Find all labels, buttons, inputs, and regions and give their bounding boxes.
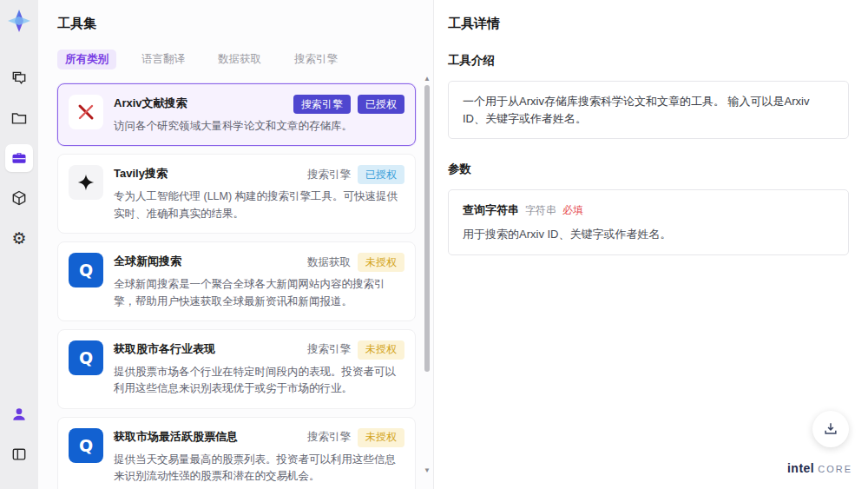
scroll-up-icon[interactable]: ▲ (423, 75, 431, 83)
auth-status-badge: 未授权 (358, 253, 404, 272)
chat-icon (10, 69, 28, 87)
tool-card-global-news[interactable]: Q 全球新闻搜索 数据获取 未授权 全球新闻搜索是一个聚合全球各大新闻网站内容的… (57, 241, 416, 321)
category-label: 搜索引擎 (307, 430, 351, 445)
tool-card-arxiv[interactable]: Arxiv文献搜索 搜索引擎 已授权 访问各个研究领域大量科学论文和文章的存储库… (57, 83, 416, 146)
intro-heading: 工具介绍 (448, 53, 849, 69)
auth-status-badge: 未授权 (358, 340, 404, 360)
intel-core-logo: intel CORE (787, 461, 852, 475)
params-heading: 参数 (448, 162, 849, 177)
tool-card-sector-performance[interactable]: Q 获取股市各行业表现 搜索引擎 未授权 提供股票市场各个行业在特定时间段内的表… (57, 329, 416, 409)
tool-name: 全球新闻搜索 (114, 253, 300, 269)
sidebar-item-files[interactable] (5, 104, 33, 132)
scrollbar-thumb[interactable] (424, 85, 430, 372)
category-label: 数据获取 (307, 255, 351, 270)
sidebar-item-packages[interactable] (5, 184, 33, 212)
sidebar: ⚙ (0, 0, 38, 489)
sidebar-item-chat[interactable] (5, 64, 33, 92)
param-name: 查询字符串 (463, 202, 519, 218)
tab-data-fetching[interactable]: 数据获取 (210, 50, 269, 69)
tool-description: 全球新闻搜索是一个聚合全球各大新闻网站内容的搜索引擎，帮助用户快速获取全球最新资… (114, 276, 404, 310)
param-item: 查询字符串 字符串 必填 用于搜索的Arxiv ID、关键字或作者姓名。 (448, 189, 849, 255)
tool-description: 访问各个研究领域大量科学论文和文章的存储库。 (114, 118, 404, 135)
intro-text: 一个用于从Arxiv存储库搜索科学论文和文章的工具。 输入可以是Arxiv ID… (448, 81, 849, 139)
tool-name: 获取市场最活跃股票信息 (114, 428, 300, 445)
cube-icon (10, 189, 28, 207)
category-badge: 搜索引擎 (293, 95, 351, 114)
tool-list: Arxiv文献搜索 搜索引擎 已授权 访问各个研究领域大量科学论文和文章的存储库… (57, 83, 416, 489)
scrollbar[interactable]: ▲ ▼ (423, 75, 431, 484)
tool-name: Arxiv文献搜索 (114, 95, 286, 111)
sidebar-item-tools[interactable] (5, 144, 33, 172)
user-icon (10, 406, 28, 423)
detail-title: 工具详情 (448, 16, 849, 32)
app-logo-icon (5, 7, 33, 35)
tool-card-active-stocks[interactable]: Q 获取市场最活跃股票信息 搜索引擎 未授权 提供当天交易量最高的股票列表。投资… (57, 417, 416, 489)
news-search-icon: Q (69, 253, 103, 287)
param-type: 字符串 (525, 203, 556, 218)
arxiv-logo-icon (69, 95, 103, 129)
stock-search-icon: Q (69, 340, 103, 375)
tab-all-categories[interactable]: 所有类别 (57, 50, 116, 69)
intel-wordmark: intel (787, 461, 814, 475)
category-tabs: 所有类别 语言翻译 数据获取 搜索引擎 (57, 50, 416, 69)
scroll-down-icon[interactable]: ▼ (423, 466, 431, 475)
auth-status-badge: 已授权 (358, 95, 404, 114)
tool-detail-panel: 工具详情 工具介绍 一个用于从Arxiv存储库搜索科学论文和文章的工具。 输入可… (434, 0, 868, 489)
download-button[interactable] (812, 411, 849, 447)
download-icon (822, 420, 839, 438)
tool-name: Tavily搜索 (114, 165, 300, 182)
toolbox-icon (10, 149, 28, 167)
app-window: ⚙ 工具集 所有类别 语言翻译 数据获取 搜索引擎 (0, 0, 868, 489)
category-label: 搜索引擎 (307, 342, 351, 357)
page-title: 工具集 (57, 16, 416, 32)
tavily-star-icon (69, 165, 103, 200)
core-wordmark: CORE (818, 464, 852, 474)
category-label: 搜索引擎 (307, 168, 351, 182)
tab-language-translation[interactable]: 语言翻译 (134, 50, 193, 69)
tool-description: 专为人工智能代理 (LLM) 构建的搜索引擎工具。可快速提供实时、准确和真实的结… (114, 188, 404, 222)
param-description: 用于搜索的Arxiv ID、关键字或作者姓名。 (463, 227, 834, 242)
gear-icon: ⚙ (11, 230, 26, 247)
panel-toggle-icon (10, 446, 28, 463)
tool-card-tavily[interactable]: Tavily搜索 搜索引擎 已授权 专为人工智能代理 (LLM) 构建的搜索引擎… (57, 154, 416, 234)
sidebar-item-account[interactable] (5, 400, 33, 428)
folder-icon (10, 109, 28, 127)
stock-search-icon: Q (69, 428, 103, 463)
sidebar-item-settings[interactable]: ⚙ (5, 224, 33, 252)
sidebar-item-collapse[interactable] (5, 440, 33, 468)
tool-description: 提供股票市场各个行业在特定时间段内的表现。投资者可以利用这些信息来识别表现优于或… (114, 364, 404, 398)
auth-status-badge: 未授权 (358, 428, 404, 447)
auth-status-badge: 已授权 (358, 165, 404, 184)
tab-search-engine[interactable]: 搜索引擎 (286, 50, 345, 69)
tool-list-panel: 工具集 所有类别 语言翻译 数据获取 搜索引擎 Arxiv文献搜索 (38, 0, 434, 489)
param-required-badge: 必填 (562, 203, 583, 218)
tool-name: 获取股市各行业表现 (114, 340, 300, 357)
tool-description: 提供当天交易量最高的股票列表。投资者可以利用这些信息来识别流动性强的股票和潜在的… (114, 452, 404, 486)
